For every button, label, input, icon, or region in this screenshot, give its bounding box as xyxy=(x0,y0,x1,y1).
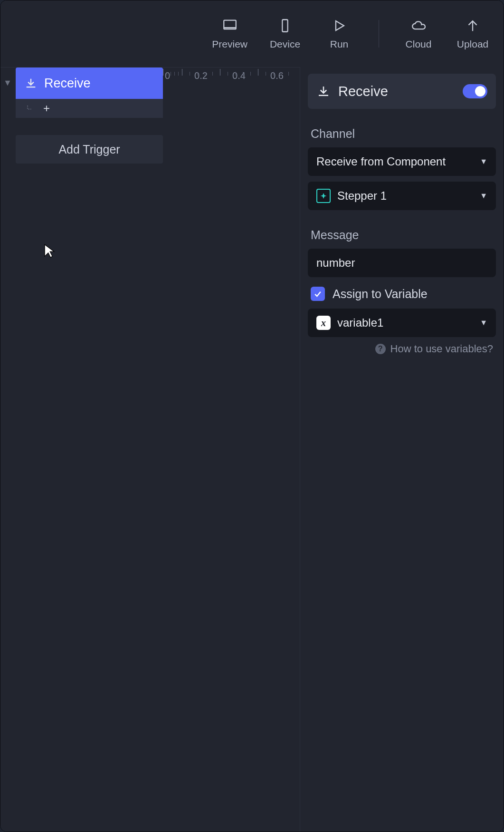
channel-source-select[interactable]: Stepper 1 ▼ xyxy=(308,182,496,210)
assign-variable-row[interactable]: Assign to Variable xyxy=(311,287,493,301)
receive-icon xyxy=(24,77,38,90)
channel-mode-select[interactable]: Receive from Component ▼ xyxy=(308,147,496,176)
device-label: Device xyxy=(270,39,300,50)
preview-label: Preview xyxy=(212,39,247,50)
upload-label: Upload xyxy=(457,39,489,50)
variable-value: variable1 xyxy=(337,316,383,329)
cloud-icon xyxy=(410,18,427,34)
play-icon xyxy=(331,18,347,34)
svg-rect-2 xyxy=(282,19,287,32)
inspector-panel: Receive Channel Receive from Component ▼… xyxy=(300,67,504,832)
variable-select[interactable]: x variable1 ▼ xyxy=(308,309,496,337)
message-input[interactable]: number xyxy=(308,249,496,277)
device-icon xyxy=(277,18,293,34)
add-action-plus: + xyxy=(43,102,50,115)
trigger-list: Receive + Add Trigger xyxy=(16,68,163,164)
collapse-caret-icon[interactable]: ▼ xyxy=(3,78,12,88)
chevron-down-icon: ▼ xyxy=(480,157,487,166)
upload-icon xyxy=(465,18,481,34)
channel-label: Channel xyxy=(311,127,493,141)
toolbar-divider xyxy=(379,20,379,48)
inspector-title: Receive xyxy=(338,84,388,99)
trigger-receive[interactable]: Receive xyxy=(16,68,163,99)
hint-text: How to use variables? xyxy=(390,343,493,355)
svg-marker-3 xyxy=(336,21,344,30)
chevron-down-icon: ▼ xyxy=(480,319,487,327)
sub-indent-icon xyxy=(26,104,35,113)
timeline-ruler[interactable]: 0 0.2 0.4 0.6 xyxy=(163,68,300,99)
channel-mode-value: Receive from Component xyxy=(316,155,446,168)
add-trigger-label: Add Trigger xyxy=(58,143,120,156)
device-button[interactable]: Device xyxy=(268,18,302,50)
message-label: Message xyxy=(311,228,493,242)
assign-label: Assign to Variable xyxy=(333,287,428,301)
inspector-header: Receive xyxy=(308,74,496,109)
monitor-icon xyxy=(222,18,238,34)
cloud-label: Cloud xyxy=(406,39,432,50)
component-badge-icon xyxy=(316,189,331,203)
timeline-panel: ▼ Receive + Add Trigger 0 0.2 0.4 0.6 xyxy=(0,67,300,832)
cloud-button[interactable]: Cloud xyxy=(402,18,435,50)
chevron-down-icon: ▼ xyxy=(480,192,487,200)
variable-badge-icon: x xyxy=(316,316,331,330)
check-icon xyxy=(313,289,323,299)
trigger-label: Receive xyxy=(44,76,91,91)
channel-source-value: Stepper 1 xyxy=(337,189,387,203)
variables-hint-link[interactable]: ? How to use variables? xyxy=(308,343,493,355)
preview-button[interactable]: Preview xyxy=(212,18,247,50)
add-trigger-button[interactable]: Add Trigger xyxy=(16,135,163,164)
message-value: number xyxy=(316,256,355,270)
run-button[interactable]: Run xyxy=(323,18,356,50)
mouse-cursor-icon xyxy=(43,243,56,261)
run-label: Run xyxy=(330,39,349,50)
top-toolbar: Preview Device Run Cloud Upload xyxy=(0,0,504,67)
enabled-toggle[interactable] xyxy=(463,84,487,98)
add-action-row[interactable]: + xyxy=(16,99,163,118)
upload-button[interactable]: Upload xyxy=(456,18,489,50)
assign-checkbox[interactable] xyxy=(311,287,325,301)
help-icon: ? xyxy=(375,344,386,354)
svg-marker-9 xyxy=(320,193,326,199)
receive-icon xyxy=(316,84,331,98)
